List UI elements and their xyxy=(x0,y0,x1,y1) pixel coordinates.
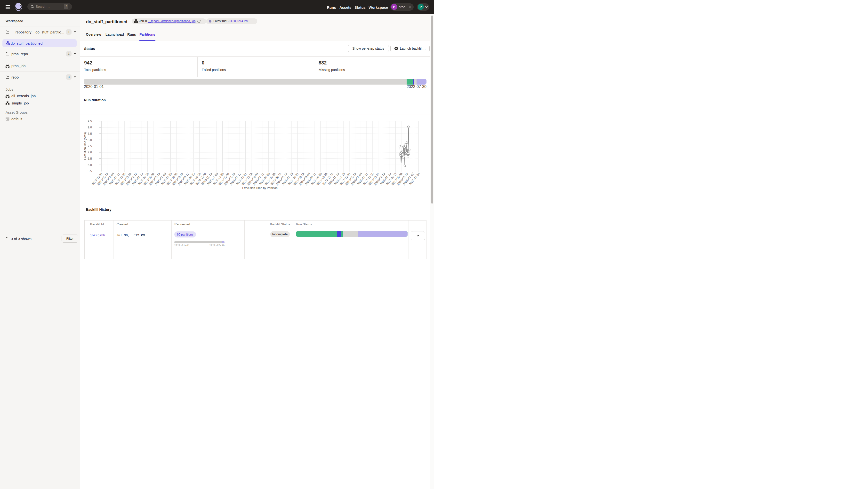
svg-text:Execution Time by Partition: Execution Time by Partition xyxy=(242,186,277,190)
svg-text:8.0: 8.0 xyxy=(88,138,92,142)
svg-text:6.5: 6.5 xyxy=(88,157,92,160)
svg-text:8.5: 8.5 xyxy=(88,132,92,135)
svg-text:7.5: 7.5 xyxy=(88,145,92,148)
svg-text:9.0: 9.0 xyxy=(88,126,92,129)
svg-text:5.5: 5.5 xyxy=(88,170,92,173)
svg-text:9.5: 9.5 xyxy=(88,120,92,123)
svg-text:Execution time (secs): Execution time (secs) xyxy=(84,132,87,160)
svg-text:6.0: 6.0 xyxy=(88,163,92,167)
svg-text:7.0: 7.0 xyxy=(88,151,92,154)
